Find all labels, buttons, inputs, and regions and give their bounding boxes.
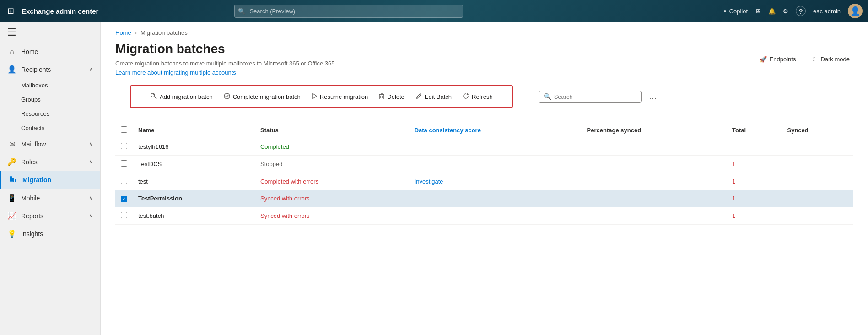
sidebar-label-recipients: Recipients <box>21 66 51 73</box>
col-header-pct-synced[interactable]: Percentage synced <box>582 123 727 138</box>
table-row[interactable]: test.batchSynced with errors1 <box>115 207 853 224</box>
row-checkbox[interactable] <box>121 212 127 218</box>
col-header-data-score[interactable]: Data consistency score <box>409 123 582 138</box>
toolbar: Add migration batch Complete migration b… <box>130 85 513 108</box>
learn-more-link[interactable]: Learn more about migrating multiple acco… <box>115 69 236 76</box>
bell-icon-button[interactable]: 🔔 <box>768 8 776 15</box>
row-checkbox[interactable] <box>121 143 127 149</box>
row-total: 1 <box>727 173 782 190</box>
select-all-checkbox[interactable] <box>121 126 127 133</box>
resume-migration-button[interactable]: Resume migration <box>307 90 373 103</box>
chevron-down-icon: ∨ <box>89 141 93 147</box>
row-checkbox-cell <box>115 173 133 190</box>
mailflow-icon: ✉ <box>7 140 16 148</box>
row-checkbox-cell <box>115 156 133 173</box>
sidebar-item-groups[interactable]: Groups <box>0 92 100 107</box>
add-migration-batch-button[interactable]: Add migration batch <box>146 90 217 103</box>
dark-mode-label: Dark mode <box>820 56 850 63</box>
complete-migration-batch-button[interactable]: Complete migration batch <box>219 90 305 103</box>
sidebar-label-mailflow: Mail flow <box>21 140 46 148</box>
help-icon-button[interactable]: ? <box>796 6 806 16</box>
refresh-button[interactable]: Refresh <box>458 90 497 103</box>
svg-rect-1 <box>12 178 14 182</box>
page-title: Migration batches <box>115 42 853 56</box>
refresh-label: Refresh <box>472 93 493 100</box>
table-row[interactable]: ✓TestPermissionSynced with errors1 <box>115 190 853 207</box>
user-info[interactable]: eac admin <box>813 8 841 15</box>
col-header-status[interactable]: Status <box>255 123 409 138</box>
row-checkbox-cell <box>115 207 133 224</box>
breadcrumb-separator: › <box>135 29 137 36</box>
toolbar-more-button[interactable]: … <box>645 90 661 103</box>
insights-icon: 💡 <box>7 229 16 238</box>
table-body: testylh1616CompletedTestDCSStopped1testC… <box>115 138 853 225</box>
row-checkbox[interactable]: ✓ <box>121 196 127 202</box>
sidebar-label-groups: Groups <box>21 96 41 103</box>
toolbar-search-input[interactable] <box>554 93 636 100</box>
header-top-actions: 🚀 Endpoints ☾ Dark mode <box>756 54 853 65</box>
top-bar-actions: ✦ Copilot 🖥 🔔 ⚙ ? eac admin 👤 <box>722 4 863 18</box>
row-checkbox[interactable] <box>121 178 127 184</box>
chevron-down-icon-mobile: ∨ <box>89 195 93 201</box>
col-header-synced[interactable]: Synced <box>782 123 853 138</box>
edit-batch-button[interactable]: Edit Batch <box>411 90 456 103</box>
breadcrumb-home-link[interactable]: Home <box>115 29 131 36</box>
col-header-name[interactable]: Name <box>133 123 255 138</box>
copilot-icon: ✦ <box>722 8 728 15</box>
table-row[interactable]: TestDCSStopped1 <box>115 156 853 173</box>
dark-mode-button[interactable]: ☾ Dark mode <box>809 54 853 65</box>
sidebar-label-resources: Resources <box>21 110 49 117</box>
sidebar-item-mobile[interactable]: 📱 Mobile ∨ <box>0 189 100 207</box>
dark-mode-icon: ☾ <box>812 56 818 63</box>
row-synced <box>782 156 853 173</box>
endpoints-icon: 🚀 <box>760 56 767 63</box>
table-row[interactable]: testCompleted with errorsInvestigate1 <box>115 173 853 190</box>
row-data-score <box>409 190 582 207</box>
row-status: Completed with errors <box>255 173 409 190</box>
gear-icon-button[interactable]: ⚙ <box>783 8 788 15</box>
toolbar-search-container: 🔍 <box>539 91 642 103</box>
monitor-icon-button[interactable]: 🖥 <box>755 8 761 15</box>
mobile-icon: 📱 <box>7 194 16 202</box>
chevron-up-icon: ∧ <box>89 66 93 72</box>
sidebar-label-home: Home <box>21 48 38 55</box>
grid-icon[interactable]: ⊞ <box>5 4 16 18</box>
sidebar-label-migration: Migration <box>22 176 51 184</box>
sidebar-collapse-button[interactable]: ☰ <box>0 22 100 43</box>
edit-batch-icon <box>415 93 422 101</box>
col-header-total[interactable]: Total <box>727 123 782 138</box>
sidebar-item-roles[interactable]: 🔑 Roles ∨ <box>0 153 100 171</box>
more-options-icon: … <box>649 92 657 101</box>
complete-migration-batch-label: Complete migration batch <box>233 93 301 100</box>
main-layout: ☰ ⌂ Home 👤 Recipients ∧ Mailboxes Groups… <box>0 22 868 335</box>
sidebar-item-contacts[interactable]: Contacts <box>0 121 100 135</box>
table-header-row: Name Status Data consistency score Perce… <box>115 123 853 138</box>
avatar[interactable]: 👤 <box>848 4 863 18</box>
question-icon: ? <box>796 6 806 16</box>
sidebar-item-mailflow[interactable]: ✉ Mail flow ∨ <box>0 135 100 153</box>
row-checkbox[interactable] <box>121 160 127 167</box>
recipients-icon: 👤 <box>7 65 16 74</box>
sidebar-item-migration[interactable]: Migration <box>0 171 100 189</box>
sidebar-item-home[interactable]: ⌂ Home <box>0 43 100 60</box>
row-name: test <box>133 173 255 190</box>
copilot-button[interactable]: ✦ Copilot <box>722 8 748 15</box>
row-status: Synced with errors <box>255 190 409 207</box>
sidebar-item-reports[interactable]: 📈 Reports ∨ <box>0 207 100 225</box>
row-checkbox-cell <box>115 138 133 156</box>
investigate-link[interactable]: Investigate <box>415 178 443 185</box>
endpoints-button[interactable]: 🚀 Endpoints <box>756 54 800 65</box>
sidebar-label-insights: Insights <box>21 230 43 238</box>
row-pct-synced <box>582 207 727 224</box>
gear-icon: ⚙ <box>783 8 788 15</box>
row-synced <box>782 173 853 190</box>
table-row[interactable]: testylh1616Completed <box>115 138 853 156</box>
sidebar-item-resources[interactable]: Resources <box>0 107 100 121</box>
bell-icon: 🔔 <box>768 8 776 15</box>
top-search-input[interactable] <box>234 5 463 18</box>
delete-button[interactable]: Delete <box>374 90 409 103</box>
sidebar-item-insights[interactable]: 💡 Insights <box>0 225 100 243</box>
sidebar-item-recipients[interactable]: 👤 Recipients ∧ <box>0 60 100 78</box>
top-search-container: 🔍 <box>234 5 463 18</box>
sidebar-item-mailboxes[interactable]: Mailboxes <box>0 78 100 92</box>
